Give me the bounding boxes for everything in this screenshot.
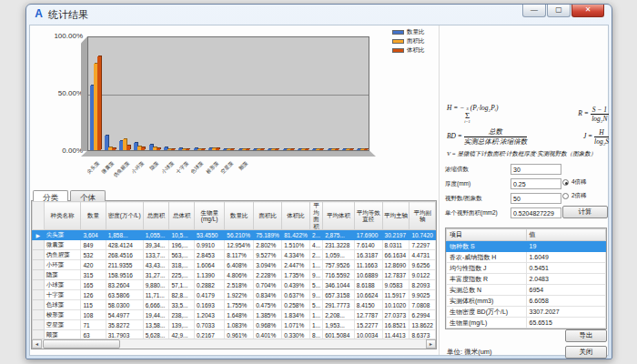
- radio-4倍稀[interactable]: 4倍稀: [562, 178, 587, 187]
- table-row[interactable]: ▶尖头藻3,6041,858...1,055...10,5...53.45505…: [33, 230, 436, 240]
- row-selector[interactable]: [33, 280, 45, 290]
- titlebar[interactable]: A 统计结果 — ▢ ✕: [26, 5, 612, 24]
- cell: 4.806%: [225, 270, 254, 280]
- bar-体积比: [97, 56, 101, 150]
- column-header: 平均等效直径: [354, 202, 382, 230]
- cell: 849: [81, 240, 106, 250]
- cell: 13,58...: [143, 320, 169, 330]
- table-row[interactable]: 微囊藻849428.412439,34...196,...0.991012.95…: [33, 240, 436, 250]
- row-selector[interactable]: [33, 270, 45, 280]
- results-row[interactable]: 实测总数 N6954: [447, 285, 606, 296]
- cell: 0.834%: [254, 290, 282, 300]
- cell: 75.189%: [254, 230, 282, 240]
- x-axis-labels: 尖头藻微囊藻伪鱼腥藻小环藻隐藻小球藻十字藻色球藻梭形藻空星藻颤藻: [87, 157, 388, 186]
- cell: 716.5592: [323, 270, 355, 280]
- cell: 伪鱼腥藻: [44, 250, 81, 260]
- cell: 9...: [310, 270, 323, 280]
- legend-label: 数量比: [407, 28, 425, 36]
- formula-v: V = 显微镜下计数面积·计数框厚度·实测视野数（图象数）: [447, 150, 609, 158]
- cell: 12.954%: [225, 240, 254, 250]
- row-selector[interactable]: ▶: [33, 230, 45, 240]
- cell: 2.8453: [194, 250, 224, 260]
- row-selector[interactable]: [33, 300, 45, 310]
- formula-j: J = Hlog₂S: [583, 128, 609, 146]
- cell: 657.3158: [323, 290, 355, 300]
- field-input-4[interactable]: [511, 207, 561, 218]
- cell: 12.8690: [382, 260, 410, 270]
- table-row[interactable]: 隐藻315158.951631,27...225,...1.13904.806%…: [33, 270, 436, 280]
- legend-swatch: [392, 30, 404, 35]
- results-row[interactable]: 香农-威纳指数 H1.6049: [447, 252, 606, 263]
- field-input-1[interactable]: [511, 164, 561, 175]
- results-cell: 6954: [526, 285, 606, 296]
- field-label: 厚度(mm): [445, 180, 511, 188]
- bar-体积比: [216, 148, 219, 150]
- close-button[interactable]: 关闭: [565, 346, 607, 359]
- results-cell: 1.6049: [526, 252, 606, 263]
- table-row[interactable]: 梭形藻10854.497719,44...238,...1.20431.648%…: [33, 310, 436, 320]
- cell: 9.0583: [382, 280, 410, 290]
- legend-item: 数量比: [392, 28, 425, 36]
- results-row[interactable]: 物种数 S19: [447, 241, 606, 252]
- calculate-button[interactable]: 计算: [562, 206, 608, 218]
- field-input-2[interactable]: [511, 178, 561, 189]
- row-selector[interactable]: [33, 290, 45, 300]
- cell: 小球藻: [44, 280, 81, 290]
- cell: 1,953...: [323, 320, 355, 330]
- cell: 1.083%: [225, 320, 254, 330]
- radio-2倍稀[interactable]: 2倍稀: [562, 192, 587, 200]
- field-input-3[interactable]: [511, 193, 561, 204]
- app-icon: A: [33, 8, 45, 20]
- column-header: 种类名称: [44, 202, 81, 230]
- export-button[interactable]: 导出: [565, 329, 607, 342]
- table-row[interactable]: 小环藻420211.935543,43...318,...1.60646.408…: [33, 260, 436, 270]
- results-row[interactable]: 实测体积(mm3)6.6058: [447, 296, 606, 307]
- cell: 7.2297: [410, 240, 436, 250]
- bar-chart: 100.00% 50.00% 0.00% 尖头藻微囊藻伪鱼腥藻小环藻隐藻小球藻十…: [30, 25, 439, 187]
- row-selector[interactable]: [33, 310, 45, 320]
- cell: 9.6256: [410, 260, 436, 270]
- table-row[interactable]: 空星藻7135.827213,58...139,...0.70331.083%0…: [33, 320, 436, 330]
- cell: 0.9910: [194, 240, 224, 250]
- radio-label: 2倍稀: [571, 192, 587, 200]
- cell: 10.6889: [354, 270, 382, 280]
- column-header: 平均主轴: [382, 202, 410, 230]
- field-label: 浓缩倍数: [445, 166, 511, 174]
- cell: 0.475%: [254, 300, 282, 310]
- row-selector[interactable]: [33, 250, 45, 260]
- cell: 139,...: [169, 320, 194, 330]
- results-row[interactable]: 生物量(mg/L)65.6515: [447, 318, 606, 329]
- cell: 133,7...: [143, 250, 169, 260]
- minimize-button[interactable]: —: [522, 5, 546, 17]
- cell: 0.968%: [254, 320, 282, 330]
- horizontal-scrollbar[interactable]: ◄ ►: [32, 339, 436, 349]
- cell: 8.6188: [354, 280, 382, 290]
- row-selector[interactable]: [33, 320, 45, 330]
- maximize-button[interactable]: ▢: [547, 5, 571, 17]
- results-row[interactable]: 生物密度 BD(万个/L)3307.2027: [447, 307, 606, 318]
- cell: 12.7837: [382, 270, 410, 280]
- row-selector[interactable]: [33, 260, 45, 270]
- cell: 4.334%: [282, 250, 310, 260]
- table-row[interactable]: 色球藻11558.03006,666...33,5...0.16931.755%…: [33, 300, 436, 310]
- row-selector[interactable]: [33, 240, 45, 250]
- cell: 2.802%: [254, 240, 282, 250]
- table-row[interactable]: 小球藻16583.26049,880...57,1...0.28822.518%…: [33, 280, 436, 290]
- scrollbar-thumb[interactable]: [43, 339, 120, 349]
- results-row[interactable]: 丰富度指数 R2.0483: [447, 274, 606, 285]
- cell: 81.422%: [282, 230, 310, 240]
- species-table-container: 种类名称数量密度(万个/L)总面积总体积生物量(mg/L)数量比面积比体积比平均…: [31, 201, 437, 349]
- cell: 268.4516: [106, 250, 143, 260]
- column-header: 数量: [81, 202, 106, 230]
- cell: 3,604: [81, 230, 106, 240]
- cell: 6.408%: [225, 260, 254, 270]
- cell: 1.385%: [254, 310, 282, 320]
- results-row[interactable]: 均匀性指数 J0.5451: [447, 263, 606, 274]
- close-icon[interactable]: ✕: [571, 5, 604, 17]
- formula-h: H = −SΣi=1(Pᵢ·log₂Pᵢ): [447, 104, 498, 124]
- cell: 0.704%: [254, 280, 282, 290]
- table-row[interactable]: 伪鱼腥藻532268.4516133,7...563,...2.84538.11…: [33, 250, 436, 260]
- scroll-left-icon[interactable]: ◄: [32, 339, 42, 349]
- scroll-right-icon[interactable]: ►: [426, 339, 436, 349]
- table-row[interactable]: 十字藻12663.580611,71...82,8...0.41791.922%…: [33, 290, 436, 300]
